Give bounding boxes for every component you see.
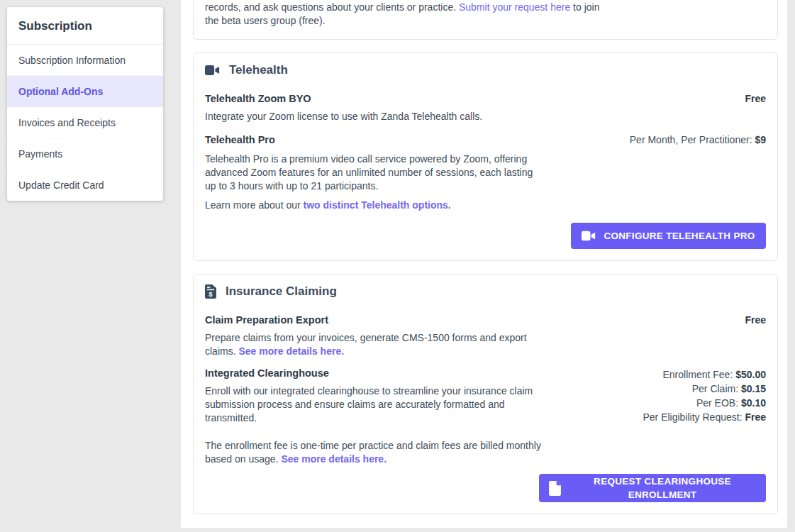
telehealth-byo-price: Free [745, 93, 766, 104]
telehealth-byo-row: Telehealth Zoom BYO Free [205, 93, 766, 104]
fee-line-per-claim: Per Claim: $0.15 [643, 382, 766, 396]
configure-telehealth-pro-label: CONFIGURE TELEHEALTH PRO [604, 231, 755, 241]
telehealth-byo-name: Telehealth Zoom BYO [205, 93, 311, 104]
fee-value: $50.00 [735, 369, 766, 380]
sidebar-item-payments[interactable]: Payments [7, 138, 163, 170]
fee-line-per-eob: Per EOB: $0.10 [643, 396, 766, 410]
fee-line-enrollment: Enrollment Fee: $50.00 [643, 367, 766, 382]
telehealth-pro-price-label: Per Month, Per Practitioner: [630, 134, 755, 145]
clearinghouse-row: Integrated Clearinghouse Enroll with our… [205, 367, 766, 466]
clearinghouse-fees: Enrollment Fee: $50.00 Per Claim: $0.15 … [643, 367, 766, 424]
telehealth-pro-row: Telehealth Pro Per Month, Per Practition… [205, 133, 766, 147]
telehealth-pro-price: Per Month, Per Practitioner: $9 [630, 133, 766, 147]
fee-line-eligibility: Per Eligibility Request: Free [643, 410, 766, 424]
sidebar-item-update-credit-card[interactable]: Update Credit Card [7, 170, 163, 201]
clearinghouse-left-column: Integrated Clearinghouse Enroll with our… [205, 367, 554, 466]
sidebar-item-subscription-information[interactable]: Subscription Information [7, 45, 163, 76]
insurance-claiming-card: $ Insurance Claiming Claim Preparation E… [193, 274, 778, 514]
request-clearinghouse-enrollment-button[interactable]: REQUEST CLEARINGHOUSE ENROLLMENT [539, 474, 766, 502]
video-camera-icon [582, 231, 596, 241]
claim-prep-description: Prepare claims from your invoices, gener… [205, 331, 538, 358]
ai-beta-card: Leverage AI to create professional repor… [193, 0, 778, 40]
sidebar-item-optional-add-ons[interactable]: Optional Add-Ons [7, 76, 163, 107]
telehealth-button-row: CONFIGURE TELEHEALTH PRO [205, 212, 766, 249]
telehealth-learn-more-text: Learn more about our [205, 199, 304, 211]
insurance-button-row: REQUEST CLEARINGHOUSE ENROLLMENT [205, 466, 766, 502]
content-column: Leverage AI to create professional repor… [193, 0, 778, 514]
insurance-card-header: $ Insurance Claiming [205, 284, 766, 299]
fee-value: Free [745, 411, 766, 423]
claim-prep-name: Claim Preparation Export [205, 314, 328, 326]
svg-text:$: $ [209, 290, 213, 298]
telehealth-options-link[interactable]: two distinct Telehealth options. [304, 199, 451, 211]
sidebar-title: Subscription [7, 7, 163, 45]
configure-telehealth-pro-button[interactable]: CONFIGURE TELEHEALTH PRO [571, 223, 766, 249]
video-camera-icon [205, 65, 220, 76]
clearinghouse-description: Enroll with our integrated clearinghouse… [205, 384, 554, 425]
submit-request-link[interactable]: Submit your request here [459, 1, 570, 13]
ai-beta-description: Leverage AI to create professional repor… [205, 0, 609, 28]
insurance-card-title: Insurance Claiming [226, 284, 337, 299]
telehealth-byo-description: Integrate your Zoom license to use with … [205, 110, 766, 123]
clearinghouse-note: The enrollment fee is one-time per pract… [205, 439, 547, 466]
telehealth-card-header: Telehealth [205, 63, 766, 77]
telehealth-pro-name: Telehealth Pro [205, 134, 275, 145]
fee-label: Enrollment Fee: [662, 369, 735, 380]
fee-label: Per Eligibility Request: [643, 411, 745, 423]
request-clearinghouse-enrollment-label: REQUEST CLEARINGHOUSE ENROLLMENT [569, 475, 756, 501]
file-invoice-dollar-icon: $ [205, 284, 216, 299]
main-panel: Leverage AI to create professional repor… [181, 0, 787, 528]
fee-label: Per Claim: [692, 383, 741, 394]
fee-value: $0.15 [741, 383, 766, 394]
telehealth-card-title: Telehealth [229, 63, 288, 77]
clearinghouse-name: Integrated Clearinghouse [205, 367, 554, 379]
claim-prep-details-link[interactable]: See more details here. [238, 345, 344, 357]
telehealth-learn-more: Learn more about our two distinct Telehe… [205, 199, 766, 212]
subscription-sidebar: Subscription Subscription Information Op… [7, 7, 163, 201]
claim-prep-row: Claim Preparation Export Free [205, 314, 766, 326]
telehealth-pro-description: Telehealth Pro is a premium video call s… [205, 153, 538, 193]
file-icon [549, 481, 561, 496]
fee-label: Per EOB: [696, 397, 741, 409]
clearinghouse-details-link[interactable]: See more details here. [281, 453, 387, 465]
claim-prep-price: Free [745, 314, 766, 326]
telehealth-pro-price-value: $9 [755, 134, 766, 145]
sidebar-item-invoices-and-receipts[interactable]: Invoices and Receipts [7, 107, 163, 138]
fee-value: $0.10 [741, 397, 766, 409]
telehealth-card: Telehealth Telehealth Zoom BYO Free Inte… [193, 52, 778, 261]
